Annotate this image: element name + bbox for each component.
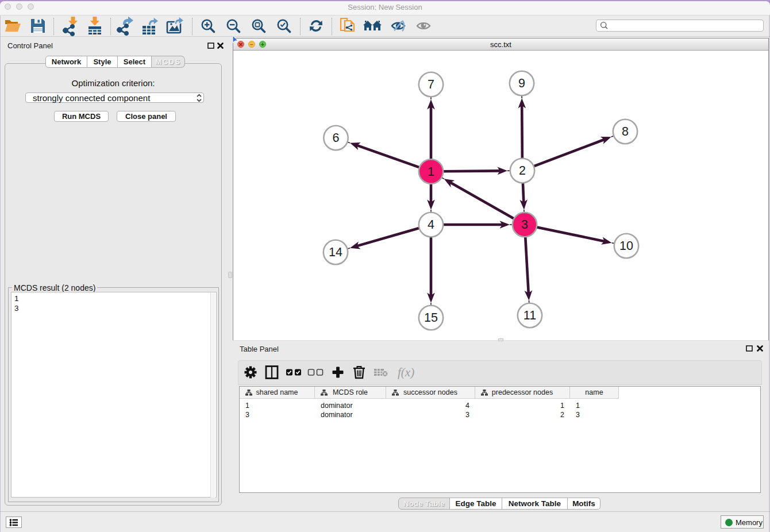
svg-text:8: 8 — [622, 125, 629, 138]
svg-text:6: 6 — [333, 131, 340, 145]
svg-text:15: 15 — [424, 311, 438, 325]
svg-text:10: 10 — [619, 239, 633, 253]
svg-text:14: 14 — [329, 245, 342, 259]
svg-text:1: 1 — [428, 165, 434, 179]
svg-text:f(x): f(x) — [398, 365, 414, 379]
svg-text:11: 11 — [523, 309, 536, 322]
svg-text:9: 9 — [518, 76, 525, 90]
svg-text:4: 4 — [428, 218, 434, 232]
svg-text:7: 7 — [428, 78, 434, 91]
svg-text:3: 3 — [521, 218, 528, 232]
svg-text:2: 2 — [519, 164, 526, 178]
